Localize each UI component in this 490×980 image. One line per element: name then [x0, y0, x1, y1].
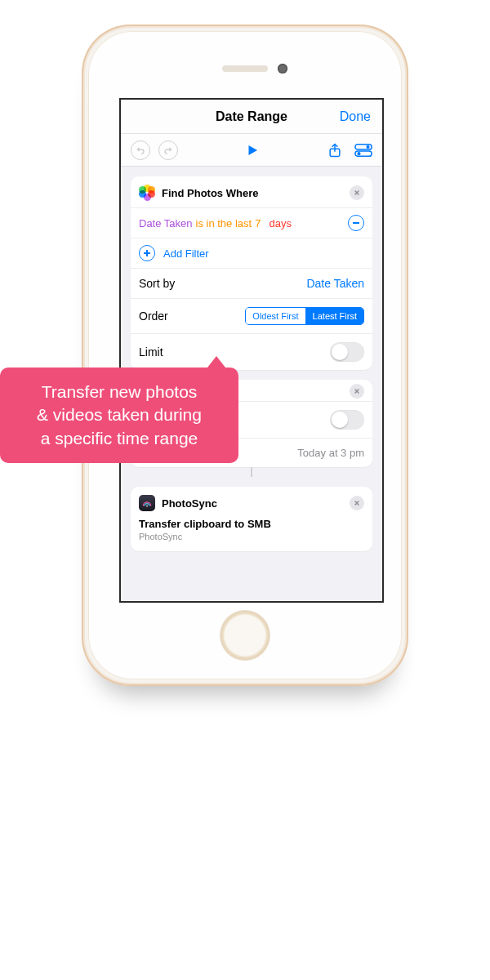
- phone-speaker: [222, 65, 268, 72]
- sort-by-label: Sort by: [139, 277, 175, 290]
- callout-line: & videos taken during: [15, 403, 224, 426]
- page-title: Date Range: [216, 109, 287, 124]
- limit-toggle[interactable]: [330, 342, 364, 362]
- card-close-button[interactable]: [350, 496, 364, 510]
- sort-by-row[interactable]: Sort by Date Taken: [131, 268, 372, 298]
- toolbar: [121, 134, 382, 167]
- screen: Date Range Done: [119, 98, 384, 603]
- card-connector: [251, 467, 252, 477]
- order-label: Order: [139, 310, 168, 323]
- limit-row: Limit: [131, 333, 372, 370]
- play-button[interactable]: [245, 143, 260, 158]
- card-title: Find Photos Where: [162, 187, 258, 199]
- photosync-app-icon: [139, 495, 155, 511]
- action-subtitle: PhotoSync: [139, 532, 364, 541]
- filter-row[interactable]: Date Taken is in the last 7 days: [131, 207, 372, 238]
- find-photos-card: Find Photos Where Date Taken is in the l…: [131, 176, 372, 370]
- card-header: PhotoSync: [131, 487, 372, 518]
- card-title: PhotoSync: [162, 497, 217, 510]
- phone-frame: Date Range Done: [82, 24, 408, 686]
- limit-label: Limit: [139, 345, 163, 359]
- home-button[interactable]: [220, 611, 270, 660]
- svg-point-5: [146, 506, 148, 507]
- annotation-callout: Transfer new photos & videos taken durin…: [0, 368, 238, 463]
- card-header: Find Photos Where: [131, 176, 372, 207]
- share-button[interactable]: [327, 142, 343, 158]
- photos-app-icon: [139, 185, 155, 201]
- card-close-button[interactable]: [350, 384, 364, 399]
- callout-line: a specific time range: [15, 427, 224, 450]
- card-body: Transfer clipboard to SMB PhotoSync: [131, 518, 372, 551]
- time-value: Today at 3 pm: [297, 447, 364, 459]
- order-row: Order Oldest First Latest First: [131, 298, 372, 333]
- nav-bar: Date Range Done: [121, 100, 382, 134]
- add-filter-label: Add Filter: [163, 247, 209, 260]
- card-close-button[interactable]: [350, 185, 364, 200]
- order-oldest-first[interactable]: Oldest First: [246, 308, 305, 324]
- add-filter-row[interactable]: Add Filter: [131, 238, 372, 268]
- order-latest-first[interactable]: Latest First: [306, 308, 363, 324]
- plus-icon: [139, 245, 155, 261]
- remove-filter-button[interactable]: [348, 215, 364, 231]
- filter-value: 7: [255, 217, 261, 229]
- svg-point-2: [366, 145, 369, 148]
- svg-point-4: [357, 152, 360, 155]
- done-button[interactable]: Done: [340, 109, 371, 124]
- order-segmented-control[interactable]: Oldest First Latest First: [245, 307, 364, 325]
- phone-inner: Date Range Done: [88, 31, 402, 679]
- filter-predicate: is in the last: [196, 217, 252, 229]
- datetime-toggle[interactable]: [330, 410, 364, 430]
- settings-toggle-button[interactable]: [354, 142, 372, 158]
- photosync-card: PhotoSync Transfer clipboard to SMB Phot…: [131, 487, 372, 551]
- undo-button[interactable]: [131, 140, 150, 160]
- sort-by-value: Date Taken: [306, 277, 364, 290]
- action-title: Transfer clipboard to SMB: [139, 518, 364, 530]
- filter-field: Date Taken: [139, 217, 193, 229]
- phone-camera: [278, 64, 287, 74]
- callout-line: Transfer new photos: [15, 381, 224, 403]
- redo-button[interactable]: [158, 140, 178, 160]
- filter-unit: days: [269, 217, 291, 229]
